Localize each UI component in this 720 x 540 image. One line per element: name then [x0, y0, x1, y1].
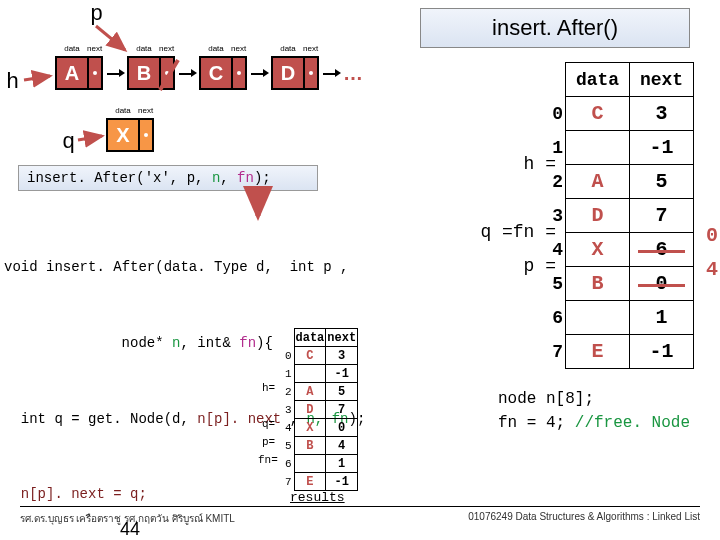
page-number: 44 — [120, 519, 140, 540]
small-side-h: h= — [262, 382, 275, 394]
small-side-q: q= — [262, 418, 275, 430]
results-table: datanext 0C31-12A53D74X05B4617E-1 — [280, 328, 358, 491]
call-expression: insert. After('x', p, n, fn); — [18, 165, 318, 191]
svg-line-1 — [24, 76, 50, 80]
small-side-fn: fn= — [258, 454, 278, 466]
new-next-4: 0 — [706, 224, 718, 247]
pointer-h-label: h — [6, 70, 19, 95]
memory-table: datanext 0C31-12A53D74X65B0617E-1 — [542, 62, 695, 369]
node-a: datanext A — [55, 56, 103, 90]
node-b: datanext B — [127, 56, 175, 90]
notes: node n[8]; fn = 4; //free. Node — [498, 390, 690, 432]
pointer-q-label: q — [62, 130, 75, 155]
new-next-5: 4 — [706, 258, 718, 281]
node-d: datanext D — [271, 56, 319, 90]
ellipsis: … — [343, 62, 363, 85]
svg-line-2 — [78, 136, 102, 140]
node-x: datanext X — [106, 118, 154, 152]
results-label: results — [290, 490, 345, 505]
pointer-p-label: p — [90, 2, 103, 27]
node-c: datanext C — [199, 56, 247, 90]
linked-list: datanext A datanext B datanext C datanex… — [55, 56, 363, 90]
small-side-p: p= — [262, 436, 275, 448]
page-title: insert. After() — [420, 8, 690, 48]
